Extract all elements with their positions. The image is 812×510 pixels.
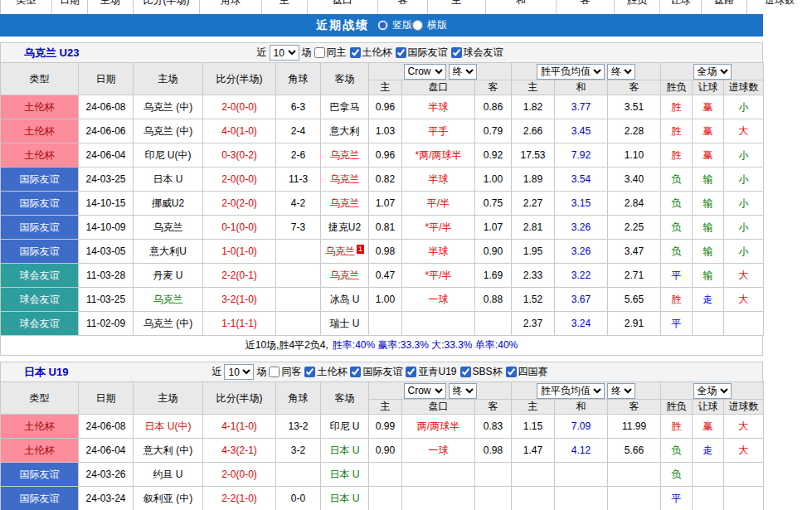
cell-competition-type-text: 土伦杯: [25, 420, 55, 432]
cell-away-team[interactable]: 日本 U: [321, 463, 369, 487]
cell-handicap-result: 输: [693, 240, 724, 264]
summary-row: 近10场,胜4平2负4, 胜率:40% 赢率:33.3% 大:33.3% 单率:…: [0, 336, 763, 356]
cell-handicap-home-odds: 0.82: [369, 168, 402, 192]
filter-checkbox-3[interactable]: 亚青U19: [406, 365, 456, 379]
cell-away-team[interactable]: 乌克兰: [321, 192, 369, 216]
filter-checkbox-input[interactable]: [269, 367, 280, 377]
cell-away-team[interactable]: 意大利: [321, 119, 369, 143]
cell-away-team[interactable]: 印尼 U: [321, 415, 369, 439]
cell-home-team[interactable]: 乌克兰: [134, 216, 203, 240]
cell-draw-odds: 3.26: [555, 240, 608, 264]
cell-away-team[interactable]: 乌克兰: [321, 264, 369, 288]
recent-count-select[interactable]: 10: [224, 364, 254, 380]
filter-checkbox-5[interactable]: 四国赛: [506, 365, 548, 379]
sub-col-result: 胜负: [661, 400, 693, 415]
filter-checkbox-input[interactable]: [406, 367, 416, 377]
cell-result-text: 胜: [672, 420, 682, 432]
match-scope-select[interactable]: 全场: [693, 64, 732, 80]
cell-home-team[interactable]: 意大利 (中): [134, 439, 203, 463]
cell-away-team[interactable]: 日本 U: [321, 487, 369, 510]
match-scope-select[interactable]: 全场: [693, 383, 732, 399]
sub-col-handicap-result: 让球: [693, 80, 724, 95]
cell-away-team[interactable]: 巴拿马: [321, 95, 369, 119]
cell-handicap-line: 半球: [402, 240, 475, 264]
cell-home-team[interactable]: 乌克兰 (中): [134, 119, 203, 143]
wdl-average-select[interactable]: 胜平负均值: [537, 383, 605, 399]
cell-handicap-line-text: 平/半: [427, 197, 450, 209]
cell-win-odds: 2.66: [512, 119, 555, 143]
cell-competition-type-text: 国际友谊: [20, 493, 60, 504]
odds-provider-select[interactable]: Crow: [404, 383, 446, 399]
filter-checkbox-input[interactable]: [451, 47, 462, 58]
cell-goals-result-text: 小: [739, 173, 749, 185]
cell-home-team[interactable]: 挪威U2: [134, 192, 203, 216]
cell-home-team[interactable]: 意大利U: [134, 240, 203, 264]
layout-radio-horizontal[interactable]: 横版: [412, 18, 447, 32]
column-header: 客: [378, 0, 428, 14]
sub-col-handicap-line: 盘口: [402, 80, 475, 95]
cell-home-team[interactable]: 乌克兰 (中): [134, 95, 203, 119]
recent-count-select[interactable]: 10: [270, 45, 299, 61]
cell-home-team[interactable]: 日本 U: [134, 168, 203, 192]
cell-win-odds-text: 2.66: [523, 125, 542, 137]
cell-draw-odds: 3.77: [555, 95, 608, 119]
cell-goals-result: 大: [724, 415, 764, 439]
filter-checkbox-4[interactable]: SBS杯: [460, 365, 503, 379]
cell-away-team[interactable]: 捷克U2: [321, 216, 369, 240]
cell-handicap-line-text: *平/半: [425, 270, 451, 281]
filter-checkbox-input[interactable]: [350, 47, 361, 58]
odds-provider-select[interactable]: Crow: [404, 64, 446, 80]
cell-handicap-away-odds-text: 0.90: [484, 245, 503, 257]
filter-checkbox-input[interactable]: [396, 47, 406, 58]
filter-checkbox-3[interactable]: 球会友谊: [451, 46, 503, 60]
filter-checkbox-input[interactable]: [506, 367, 517, 377]
filter-checkbox-input[interactable]: [350, 367, 361, 377]
cell-away-team[interactable]: 乌克兰: [321, 143, 369, 168]
cell-home-team[interactable]: 约旦 U: [134, 463, 203, 487]
layout-radio-input[interactable]: [412, 20, 423, 31]
col-date: 日期: [79, 63, 134, 95]
filter-checkbox-input[interactable]: [460, 367, 471, 377]
cell-competition-type-text: 球会友谊: [20, 318, 60, 329]
filter-checkbox-0[interactable]: 同主: [314, 46, 347, 60]
cell-home-team[interactable]: 乌克兰: [134, 288, 203, 312]
cell-lose-odds-text: 5.65: [625, 294, 644, 305]
filter-checkbox-1[interactable]: 土伦杯: [304, 365, 347, 379]
odds-time-select[interactable]: 终: [449, 383, 477, 399]
cell-away-team[interactable]: 日本 U: [321, 439, 369, 463]
cell-home-team[interactable]: 叙利亚 (中): [134, 487, 203, 510]
cell-handicap-line: 平手: [402, 119, 475, 143]
odds-time-select[interactable]: 终: [449, 64, 477, 80]
cell-win-odds: 2.33: [512, 264, 555, 288]
cell-away-team[interactable]: 乌克兰: [321, 168, 369, 192]
cell-lose-odds: 2.25: [608, 216, 661, 240]
cell-result-text: 负: [672, 245, 682, 257]
cell-away-team[interactable]: 冰岛 U: [321, 288, 369, 312]
cell-home-team[interactable]: 丹麦 U: [134, 264, 203, 288]
cell-home-team[interactable]: 印尼 U(中): [134, 143, 203, 168]
cell-lose-odds: 5.66: [608, 439, 661, 463]
cell-away-team[interactable]: 瑞士 U: [321, 312, 369, 336]
cell-handicap-line-text: 半球: [429, 245, 449, 257]
filter-checkbox-2[interactable]: 国际友谊: [350, 365, 402, 379]
filter-checkbox-0[interactable]: 同客: [269, 365, 301, 379]
cell-handicap-line: *平/半: [402, 216, 475, 240]
layout-radio-input[interactable]: [377, 20, 388, 31]
wdl-time-select[interactable]: 终: [607, 64, 635, 80]
layout-radio-vertical[interactable]: 竖版: [377, 18, 412, 32]
cell-result: 平: [661, 264, 693, 288]
filter-checkbox-input[interactable]: [314, 47, 325, 58]
filter-checkbox-1[interactable]: 土伦杯: [350, 46, 392, 60]
radio-label: 竖版: [392, 18, 412, 32]
cell-away-team[interactable]: 乌克兰1: [321, 240, 369, 264]
cell-home-team[interactable]: 日本 U(中): [134, 415, 203, 439]
previous-table-header-row: 类型 日期 主场 比分(半场) 角球 主 盘口 客 主 和 客 胜负 让球 盘路…: [0, 0, 812, 14]
cell-home-team[interactable]: 乌克兰 (中): [134, 312, 203, 336]
wdl-average-select[interactable]: 胜平负均值: [537, 64, 605, 80]
cell-corners: [276, 240, 321, 264]
cell-win-odds: 2.81: [512, 216, 555, 240]
col-date: 日期: [79, 382, 134, 415]
wdl-time-select[interactable]: 终: [607, 383, 635, 399]
filter-checkbox-2[interactable]: 国际友谊: [396, 46, 448, 60]
filter-checkbox-input[interactable]: [304, 367, 315, 377]
